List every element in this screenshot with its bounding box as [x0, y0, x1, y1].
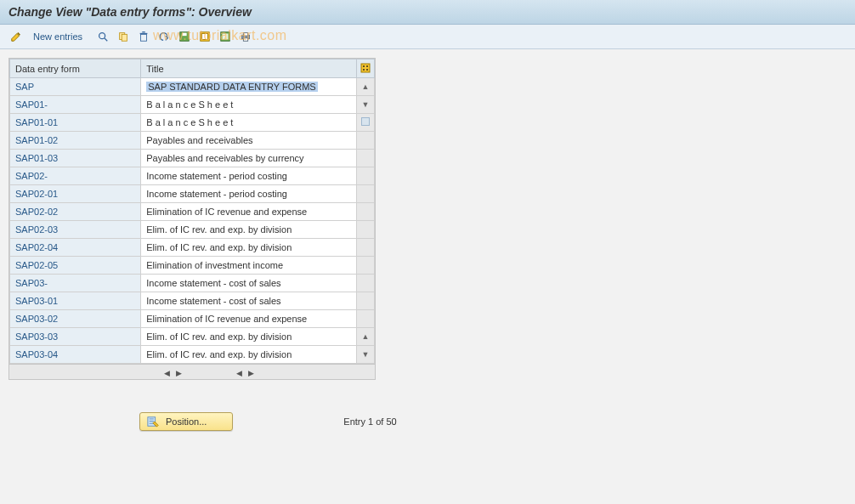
scroll-cell[interactable]: ▲ — [356, 328, 374, 346]
cell-title[interactable]: Elimination of IC revenue and expense — [141, 310, 357, 328]
svg-rect-19 — [363, 69, 365, 71]
copy-icon[interactable] — [114, 28, 133, 45]
scroll-up2-icon[interactable]: ▲ — [357, 329, 374, 344]
scroll-cell[interactable] — [356, 150, 374, 167]
table-row[interactable]: SAPSAP STANDARD DATA ENTRY FORMS▲ — [10, 78, 375, 96]
hscroll-left2-icon[interactable]: ◀ — [235, 369, 244, 377]
cell-title[interactable]: Payables and receivables by currency — [141, 150, 357, 167]
title-bar: Change View "Data entry forms": Overview — [0, 0, 855, 25]
scroll-cell[interactable] — [356, 257, 374, 275]
display-icon[interactable] — [93, 28, 112, 45]
scroll-cell[interactable] — [356, 292, 374, 310]
cell-title[interactable]: Elimination of investment income — [141, 257, 357, 275]
table-row[interactable]: SAP02-05Elimination of investment income — [10, 257, 375, 275]
cell-code[interactable]: SAP — [10, 78, 141, 96]
svg-rect-15 — [243, 38, 247, 42]
cell-title[interactable]: Income statement - cost of sales — [141, 275, 357, 292]
hscroll-right-icon[interactable]: ▶ — [174, 369, 184, 377]
table-row[interactable]: SAP01-01B a l a n c e S h e e t — [10, 114, 375, 132]
cell-title[interactable]: Elim. of IC rev. and exp. by division — [141, 328, 357, 346]
table-row[interactable]: SAP02-03Elim. of IC rev. and exp. by div… — [10, 221, 375, 239]
cell-title[interactable]: Income statement - period costing — [141, 167, 357, 185]
cell-title[interactable]: SAP STANDARD DATA ENTRY FORMS — [141, 78, 357, 96]
cell-code[interactable]: SAP01-02 — [10, 132, 141, 150]
scroll-cell[interactable] — [356, 221, 374, 239]
svg-rect-16 — [361, 64, 370, 72]
print-icon[interactable] — [236, 28, 255, 45]
cell-code[interactable]: SAP03-02 — [10, 310, 141, 328]
cell-title[interactable]: Income statement - cost of sales — [141, 292, 357, 310]
svg-rect-20 — [366, 69, 368, 71]
cell-title[interactable]: Elimination of IC revenue and expense — [141, 203, 357, 221]
scroll-down-icon[interactable]: ▼ — [357, 97, 374, 112]
table-row[interactable]: SAP03-01Income statement - cost of sales — [10, 292, 375, 310]
table-row[interactable]: SAP01-02Payables and receivables — [10, 132, 375, 150]
scroll-cell[interactable] — [356, 114, 374, 132]
cell-title[interactable]: Elim. of IC rev. and exp. by division — [141, 239, 357, 257]
cell-code[interactable]: SAP03-01 — [10, 292, 141, 310]
scroll-cell[interactable] — [356, 275, 374, 292]
table-row[interactable]: SAP01-03Payables and receivables by curr… — [10, 150, 375, 167]
table-row[interactable]: SAP03-Income statement - cost of sales — [10, 275, 375, 292]
footer-bar: Position... Entry 1 of 50 — [8, 412, 847, 431]
entry-count-text: Entry 1 of 50 — [343, 416, 396, 427]
cell-title[interactable]: B a l a n c e S h e e t — [141, 96, 357, 114]
scroll-cell[interactable] — [356, 310, 374, 328]
hscroll-right2-icon[interactable]: ▶ — [246, 369, 256, 377]
scroll-cell[interactable] — [356, 185, 374, 203]
select-all-icon[interactable] — [195, 28, 214, 45]
cell-code[interactable]: SAP02-01 — [10, 185, 141, 203]
scroll-cell[interactable] — [356, 167, 374, 185]
table-row[interactable]: SAP02-04Elim. of IC rev. and exp. by div… — [10, 239, 375, 257]
cell-code[interactable]: SAP03-03 — [10, 328, 141, 346]
scroll-cell[interactable]: ▼ — [356, 346, 374, 364]
table-row[interactable]: SAP02-01Income statement - period costin… — [10, 185, 375, 203]
scroll-thumb[interactable] — [361, 117, 370, 126]
table-row[interactable]: SAP02-02Elimination of IC revenue and ex… — [10, 203, 375, 221]
data-table: Data entry form Title SAPSAP STANDARD DA… — [9, 59, 375, 364]
scroll-cell[interactable] — [356, 132, 374, 150]
svg-rect-8 — [182, 33, 186, 37]
col-header-config[interactable] — [356, 59, 374, 78]
cell-title[interactable]: Elim. of IC rev. and exp. by division — [141, 346, 357, 364]
hscroll-left-icon[interactable]: ◀ — [162, 369, 172, 377]
scroll-cell[interactable]: ▼ — [356, 96, 374, 114]
scroll-cell[interactable]: ▲ — [356, 78, 374, 96]
cell-code[interactable]: SAP02- — [10, 167, 141, 185]
scroll-down2-icon[interactable]: ▼ — [357, 347, 374, 362]
deselect-all-icon[interactable] — [216, 28, 235, 45]
cell-code[interactable]: SAP03- — [10, 275, 141, 292]
cell-code[interactable]: SAP03-04 — [10, 346, 141, 364]
scroll-cell[interactable] — [356, 239, 374, 257]
toolbar: New entries www.tutorialkart.com — [0, 25, 855, 49]
cell-code[interactable]: SAP02-02 — [10, 203, 141, 221]
svg-rect-14 — [243, 33, 247, 37]
save-icon[interactable] — [175, 28, 194, 45]
cell-code[interactable]: SAP01- — [10, 96, 141, 114]
scroll-up-icon[interactable]: ▲ — [357, 79, 374, 94]
table-row[interactable]: SAP03-03Elim. of IC rev. and exp. by div… — [10, 328, 375, 346]
cell-title[interactable]: Income statement - period costing — [141, 185, 357, 203]
horizontal-scrollbar[interactable]: ◀ ▶ ◀ ▶ — [9, 364, 375, 379]
cell-title[interactable]: Elim. of IC rev. and exp. by division — [141, 221, 357, 239]
cell-code[interactable]: SAP01-01 — [10, 114, 141, 132]
delete-icon[interactable] — [134, 28, 153, 45]
pencil-icon[interactable] — [7, 28, 25, 45]
table-row[interactable]: SAP01-B a l a n c e S h e e t▼ — [10, 96, 375, 114]
table-row[interactable]: SAP02-Income statement - period costing — [10, 167, 375, 185]
new-entries-button[interactable]: New entries — [27, 28, 88, 45]
position-button[interactable]: Position... — [139, 412, 233, 431]
table-row[interactable]: SAP03-02Elimination of IC revenue and ex… — [10, 310, 375, 328]
cell-code[interactable]: SAP01-03 — [10, 150, 141, 167]
cell-title[interactable]: B a l a n c e S h e e t — [141, 114, 357, 132]
table-row[interactable]: SAP03-04Elim. of IC rev. and exp. by div… — [10, 346, 375, 364]
cell-code[interactable]: SAP02-05 — [10, 257, 141, 275]
cell-title[interactable]: Payables and receivables — [141, 132, 357, 150]
undo-icon[interactable] — [155, 28, 173, 45]
col-header-title[interactable]: Title — [141, 59, 357, 78]
cell-code[interactable]: SAP02-03 — [10, 221, 141, 239]
col-header-code[interactable]: Data entry form — [10, 59, 141, 78]
svg-rect-4 — [141, 34, 147, 41]
cell-code[interactable]: SAP02-04 — [10, 239, 141, 257]
scroll-cell[interactable] — [356, 203, 374, 221]
